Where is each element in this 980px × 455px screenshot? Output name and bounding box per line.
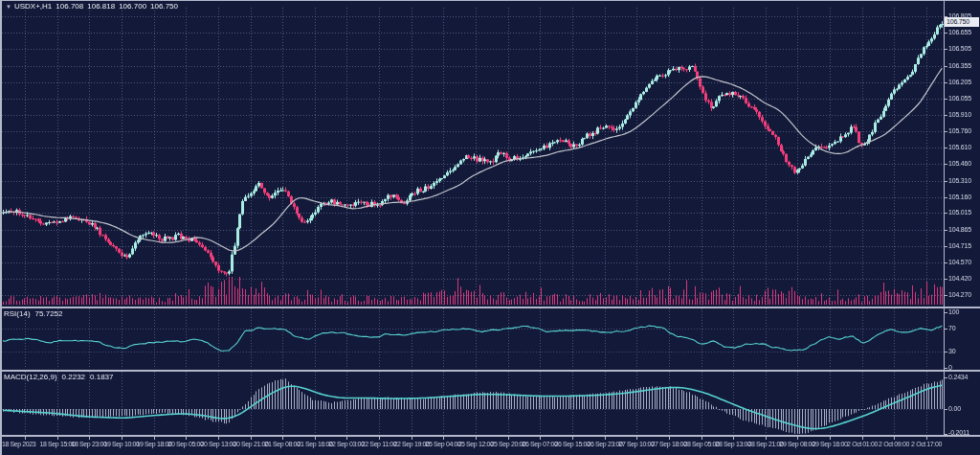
chart-canvas[interactable] bbox=[0, 0, 980, 455]
time-axis-label: 18 Sep 15:00 bbox=[40, 441, 76, 447]
time-axis-label: 25 Sep 04:00 bbox=[426, 441, 461, 447]
price-axis-label: 104.270 bbox=[948, 291, 971, 298]
macd-axis-label: 0.00 bbox=[948, 405, 961, 412]
time-axis-label: 29 Sep 16:00 bbox=[813, 441, 848, 447]
price-axis-label: 106.505 bbox=[948, 45, 971, 52]
price-axis-label: 106.655 bbox=[948, 29, 971, 35]
price-axis-label: 105.015 bbox=[948, 209, 971, 216]
symbol-dropdown-icon[interactable]: ▼ bbox=[6, 4, 11, 10]
time-axis-label: 22 Sep 11:00 bbox=[362, 441, 396, 447]
high-value: 106.818 bbox=[87, 2, 115, 11]
time-axis-label: 25 Sep 12:00 bbox=[458, 441, 494, 447]
time-axis-label: 2 Oct 09:00 bbox=[879, 441, 909, 447]
time-axis-label: 29 Sep 08:00 bbox=[780, 441, 815, 447]
time-axis-label: 20 Sep 21:00 bbox=[234, 441, 269, 447]
price-axis-label: 105.610 bbox=[948, 144, 971, 150]
time-axis-label: 21 Sep 16:00 bbox=[298, 441, 333, 447]
rsi-label: RSI(14) bbox=[4, 309, 31, 318]
macd-signal-value: 0.1837 bbox=[90, 373, 113, 381]
price-axis-label: 105.760 bbox=[948, 127, 971, 134]
time-axis-label: 28 Sep 21:00 bbox=[748, 441, 784, 447]
time-axis-label: 28 Sep 13:00 bbox=[716, 441, 751, 447]
rsi-axis-label: 0 bbox=[948, 364, 952, 371]
time-axis-label: 27 Sep 18:00 bbox=[652, 441, 687, 447]
low-value: 106.700 bbox=[119, 2, 146, 11]
rsi-axis-label: 100 bbox=[948, 308, 959, 315]
macd-axis-label: 0.2434 bbox=[948, 374, 968, 380]
price-axis-label: 106.355 bbox=[948, 62, 971, 69]
time-axis-label: 22 Sep 19:00 bbox=[394, 441, 430, 447]
price-axis-label: 105.460 bbox=[948, 160, 971, 167]
price-axis-label: 104.865 bbox=[948, 226, 971, 233]
time-axis-label: 22 Sep 03:00 bbox=[329, 441, 365, 447]
price-axis-label: 104.715 bbox=[948, 242, 971, 249]
time-axis-label: 21 Sep 08:00 bbox=[265, 441, 301, 447]
time-axis-label: 2 Oct 01:00 bbox=[847, 441, 878, 447]
price-axis-label: 105.160 bbox=[948, 193, 971, 200]
time-axis-label: 20 Sep 05:00 bbox=[168, 441, 204, 447]
time-axis-label: 27 Sep 10:00 bbox=[619, 441, 655, 447]
time-axis-label: 26 Sep 07:00 bbox=[523, 441, 558, 447]
chart-window: ▼USDX+,H1106.708106.818106.700106.750 RS… bbox=[0, 0, 980, 455]
close-value: 106.750 bbox=[150, 2, 178, 11]
symbol-period-label: USDX+,H1 bbox=[14, 2, 52, 11]
rsi-axis-label: 70 bbox=[948, 325, 955, 331]
time-axis-label: 19 Sep 18:00 bbox=[137, 441, 172, 447]
price-axis-label: 106.205 bbox=[948, 79, 971, 85]
rsi-axis-label: 30 bbox=[948, 348, 955, 354]
chart-title: ▼USDX+,H1106.708106.818106.700106.750 bbox=[6, 2, 182, 11]
macd-panel-label: MACD(12,26,9)0.22320.1837 bbox=[4, 373, 119, 381]
macd-label: MACD(12,26,9) bbox=[4, 373, 57, 381]
price-axis-label: 104.420 bbox=[948, 275, 971, 282]
macd-axis-label: -0.2011 bbox=[948, 429, 969, 436]
time-axis-label: 26 Sep 15:00 bbox=[555, 441, 590, 447]
time-axis-label: 18 Sep 23:00 bbox=[72, 441, 107, 447]
current-price-badge: 106.750 bbox=[945, 17, 979, 27]
time-axis-label: 25 Sep 20:00 bbox=[491, 441, 526, 447]
time-axis-label: 26 Sep 23:00 bbox=[588, 441, 623, 447]
rsi-panel-label: RSI(14)75.7252 bbox=[4, 309, 67, 318]
time-axis-label: 2 Oct 17:00 bbox=[911, 441, 942, 447]
price-axis-label: 105.310 bbox=[948, 177, 971, 184]
time-axis-label: 28 Sep 05:00 bbox=[684, 441, 720, 447]
price-axis-label: 105.910 bbox=[948, 111, 971, 118]
price-axis-label: 104.570 bbox=[948, 259, 971, 265]
time-axis-label: 19 Sep 10:00 bbox=[104, 441, 140, 447]
macd-value: 0.2232 bbox=[62, 373, 85, 381]
open-value: 106.708 bbox=[56, 2, 83, 11]
rsi-value: 75.7252 bbox=[35, 309, 63, 318]
time-axis-label: 18 Sep 2023 bbox=[2, 441, 35, 447]
time-axis-label: 20 Sep 13:00 bbox=[201, 441, 236, 447]
price-axis-label: 106.055 bbox=[948, 95, 971, 102]
